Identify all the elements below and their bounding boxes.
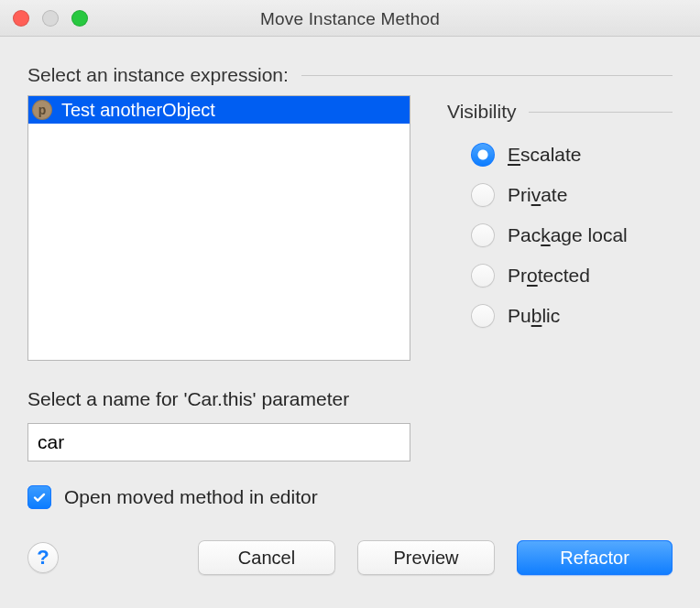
divider (301, 75, 673, 76)
visibility-option-label: Package local (508, 224, 628, 246)
footer-buttons: Cancel Preview Refactor (198, 540, 673, 575)
visibility-option-label: Escalate (508, 144, 582, 166)
refactor-button[interactable]: Refactor (517, 540, 673, 575)
list-item[interactable]: pTest anotherObject (28, 96, 410, 124)
open-in-editor-label: Open moved method in editor (64, 486, 318, 508)
radio-icon (471, 304, 495, 328)
open-in-editor-checkbox[interactable] (27, 485, 51, 509)
close-icon[interactable] (13, 10, 29, 27)
instance-expression-list[interactable]: pTest anotherObject (27, 95, 410, 361)
visibility-label-row: Visibility (447, 101, 673, 123)
visibility-option-label: Public (508, 305, 560, 327)
divider (529, 112, 673, 113)
visibility-option[interactable]: Public (471, 304, 673, 328)
cancel-button[interactable]: Cancel (198, 540, 335, 575)
visibility-option[interactable]: Escalate (471, 143, 673, 167)
visibility-option[interactable]: Protected (471, 264, 673, 288)
open-in-editor-row[interactable]: Open moved method in editor (27, 485, 673, 509)
visibility-option-label: Protected (508, 265, 590, 287)
list-item-label: Test anotherObject (61, 100, 215, 121)
traffic-lights (13, 10, 88, 27)
titlebar: Move Instance Method (0, 0, 700, 37)
parameter-icon: p (32, 100, 52, 120)
visibility-label: Visibility (447, 101, 516, 123)
radio-icon (471, 183, 495, 207)
parameter-name-label: Select a name for 'Car.this' parameter (27, 388, 673, 410)
instance-expression-label: Select an instance expression: (27, 64, 289, 86)
parameter-name-input[interactable] (27, 423, 410, 461)
visibility-option[interactable]: Private (471, 183, 673, 207)
radio-icon (471, 143, 495, 167)
minimize-icon (42, 10, 59, 27)
visibility-options: EscalatePrivatePackage localProtectedPub… (447, 143, 673, 328)
help-button[interactable]: ? (27, 542, 59, 573)
window-title: Move Instance Method (260, 9, 440, 28)
visibility-option-label: Private (508, 184, 567, 206)
parameter-name-section: Select a name for 'Car.this' parameter (27, 388, 673, 461)
visibility-panel: Visibility EscalatePrivatePackage localP… (447, 95, 673, 328)
check-icon (32, 490, 47, 505)
preview-button[interactable]: Preview (357, 540, 495, 575)
radio-icon (471, 264, 495, 288)
radio-icon (471, 223, 495, 247)
visibility-option[interactable]: Package local (471, 223, 673, 247)
zoom-icon[interactable] (71, 10, 88, 27)
main-row: pTest anotherObject Visibility EscalateP… (27, 95, 673, 361)
instance-expression-label-row: Select an instance expression: (27, 64, 673, 86)
dialog-content: Select an instance expression: pTest ano… (0, 37, 700, 597)
footer: ? Cancel Preview Refactor (27, 540, 673, 575)
